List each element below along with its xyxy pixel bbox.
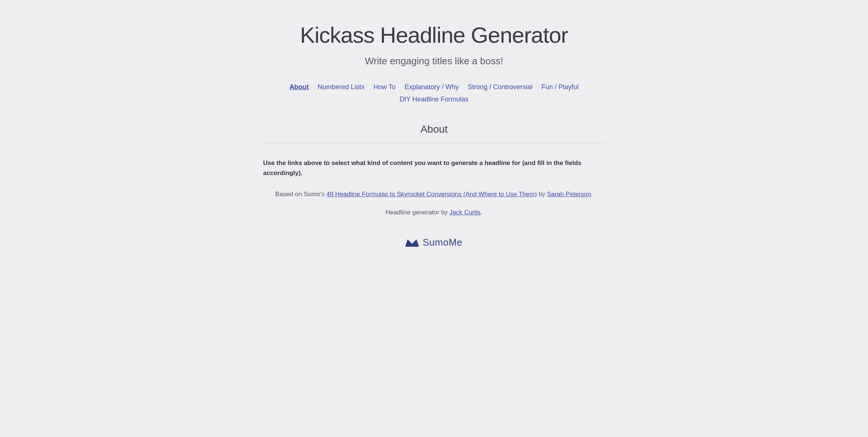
- nav-link-fun-playful[interactable]: Fun / Playful: [537, 82, 583, 93]
- sumome-logo: SumoMe: [263, 237, 605, 248]
- based-on-text: Based on Sumo's 49 Headline Formulas to …: [263, 189, 605, 200]
- svg-rect-1: [405, 245, 419, 247]
- period-after-author: .: [591, 191, 593, 198]
- nav-link-about[interactable]: About: [285, 82, 313, 93]
- sumo-link[interactable]: 49 Headline Formulas to Skyrocket Conver…: [326, 191, 537, 198]
- nav-link-strong-controversial[interactable]: Strong / Controversial: [463, 82, 537, 93]
- main-title: Kickass Headline Generator: [263, 22, 605, 48]
- page-wrapper: Kickass Headline Generator Write engagin…: [256, 0, 612, 278]
- generator-text: Headline generator by Jack Curtis.: [263, 207, 605, 218]
- nav-link-how-to[interactable]: How To: [369, 82, 400, 93]
- subtitle: Write engaging titles like a boss!: [263, 55, 605, 67]
- author-link[interactable]: Sarah Peterson: [547, 191, 591, 198]
- based-on-prefix: Based on Sumo's: [275, 191, 326, 198]
- nav-links: About Numbered Lists How To Explanatory …: [263, 82, 605, 105]
- svg-marker-0: [405, 239, 419, 246]
- section-divider: [263, 143, 605, 143]
- generator-suffix: .: [481, 209, 483, 216]
- nav-link-numbered-lists[interactable]: Numbered Lists: [313, 82, 369, 93]
- nav-link-diy-formulas[interactable]: DIY Headline Formulas: [395, 94, 473, 105]
- about-bold-text: Use the links above to select what kind …: [263, 158, 605, 178]
- by-text: by: [537, 191, 547, 198]
- generator-prefix: Headline generator by: [386, 209, 450, 216]
- content-section: About Use the links above to select what…: [263, 123, 605, 248]
- sumome-brand-text: SumoMe: [422, 237, 462, 248]
- crown-icon: [405, 237, 419, 248]
- section-heading: About: [263, 123, 605, 135]
- nav-link-explanatory-why[interactable]: Explanatory / Why: [400, 82, 463, 93]
- generator-link[interactable]: Jack Curtis: [450, 209, 481, 216]
